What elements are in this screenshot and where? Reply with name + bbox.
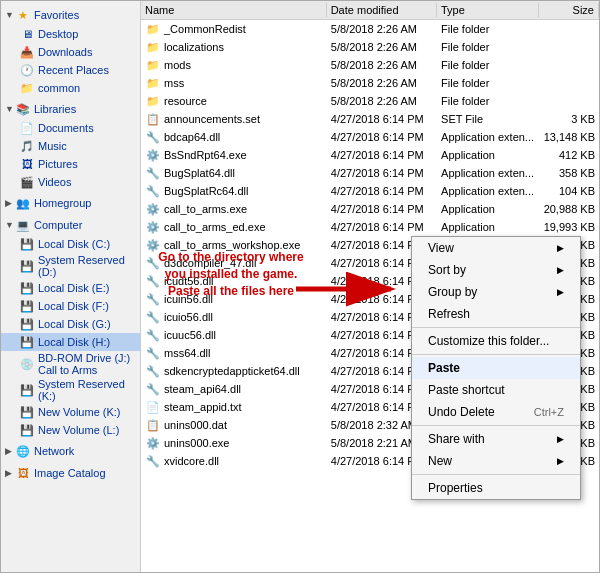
- file-row[interactable]: 📁 mss 5/8/2018 2:26 AM File folder: [141, 74, 599, 92]
- header-size[interactable]: Size: [539, 3, 599, 17]
- context-item-label: Refresh: [428, 307, 470, 321]
- file-date: 5/8/2018 2:26 AM: [327, 23, 437, 35]
- file-row[interactable]: 📁 resource 5/8/2018 2:26 AM File folder: [141, 92, 599, 110]
- sidebar-item-c[interactable]: 💾 Local Disk (C:): [1, 235, 140, 253]
- file-row[interactable]: ⚙️ BsSndRpt64.exe 4/27/2018 6:14 PM Appl…: [141, 146, 599, 164]
- context-separator: [412, 327, 580, 328]
- file-row[interactable]: ⚙️ call_to_arms.exe 4/27/2018 6:14 PM Ap…: [141, 200, 599, 218]
- file-type: Application: [437, 221, 539, 233]
- sidebar-item-newvol-k[interactable]: 💾 New Volume (K:): [1, 403, 140, 421]
- sidebar-item-documents[interactable]: 📄 Documents: [1, 119, 140, 137]
- file-type-icon: 📋: [145, 111, 161, 127]
- file-size: 13,148 KB: [539, 131, 599, 143]
- file-date: 4/27/2018 6:14 PM: [327, 203, 437, 215]
- file-date: 4/27/2018 6:14 PM: [327, 131, 437, 143]
- sidebar-header-computer[interactable]: ▼ 💻 Computer: [1, 215, 140, 235]
- file-date: 5/8/2018 2:26 AM: [327, 41, 437, 53]
- header-name[interactable]: Name: [141, 3, 327, 17]
- computer-label: Computer: [34, 219, 82, 231]
- context-menu-item[interactable]: Group by: [412, 281, 580, 303]
- sidebar-item-music[interactable]: 🎵 Music: [1, 137, 140, 155]
- computer-icon: 💻: [15, 217, 31, 233]
- file-type-icon: 🔧: [145, 129, 161, 145]
- context-menu-item[interactable]: Share with: [412, 428, 580, 450]
- file-name: 🔧 icuuc56.dll: [141, 327, 327, 343]
- sidebar-header-network[interactable]: ▶ 🌐 Network: [1, 441, 140, 461]
- file-row[interactable]: 🔧 bdcap64.dll 4/27/2018 6:14 PM Applicat…: [141, 128, 599, 146]
- context-menu-item[interactable]: New: [412, 450, 580, 472]
- context-menu-item[interactable]: Paste shortcut: [412, 379, 580, 401]
- file-type-icon: 📁: [145, 75, 161, 91]
- file-type: Application: [437, 149, 539, 161]
- sidebar-item-sysres[interactable]: 💾 System Reserved (K:): [1, 377, 140, 403]
- context-shortcut: Ctrl+Z: [534, 406, 564, 418]
- file-type: File folder: [437, 95, 539, 107]
- context-menu-item[interactable]: Refresh: [412, 303, 580, 325]
- sidebar-header-imagecatalog[interactable]: ▶ 🖼 Image Catalog: [1, 463, 140, 483]
- main-content: Name Date modified Type Size 📁 _CommonRe…: [141, 1, 599, 572]
- favorites-icon: ★: [15, 7, 31, 23]
- sidebar-item-newvol-l[interactable]: 💾 New Volume (L:): [1, 421, 140, 439]
- sidebar-item-e[interactable]: 💾 Local Disk (E:): [1, 279, 140, 297]
- file-type: File folder: [437, 77, 539, 89]
- file-name: 🔧 BugSplatRc64.dll: [141, 183, 327, 199]
- file-date: 4/27/2018 6:14 PM: [327, 185, 437, 197]
- file-type-icon: 🔧: [145, 183, 161, 199]
- sidebar: ▼ ★ Favorites 🖥 Desktop 📥 Downloads 🕐 Re…: [1, 1, 141, 572]
- context-menu-item[interactable]: Paste: [412, 357, 580, 379]
- newvol-l-icon: 💾: [19, 422, 35, 438]
- file-date: 4/27/2018 6:14 PM: [327, 113, 437, 125]
- file-row[interactable]: 📁 localizations 5/8/2018 2:26 AM File fo…: [141, 38, 599, 56]
- file-type: File folder: [437, 41, 539, 53]
- context-menu-item[interactable]: View: [412, 237, 580, 259]
- file-name: ⚙️ unins000.exe: [141, 435, 327, 451]
- sidebar-header-homegroup[interactable]: ▶ 👥 Homegroup: [1, 193, 140, 213]
- header-type[interactable]: Type: [437, 3, 539, 17]
- sidebar-item-downloads[interactable]: 📥 Downloads: [1, 43, 140, 61]
- drive-h-icon: 💾: [19, 334, 35, 350]
- context-menu: ViewSort byGroup byRefreshCustomize this…: [411, 236, 581, 500]
- context-menu-item[interactable]: Customize this folder...: [412, 330, 580, 352]
- file-date: 5/8/2018 2:26 AM: [327, 77, 437, 89]
- sidebar-item-h[interactable]: 💾 Local Disk (H:): [1, 333, 140, 351]
- header-date[interactable]: Date modified: [327, 3, 437, 17]
- network-icon: 🌐: [15, 443, 31, 459]
- sidebar-item-bdrom[interactable]: 💿 BD-ROM Drive (J:) Call to Arms: [1, 351, 140, 377]
- sidebar-item-g[interactable]: 💾 Local Disk (G:): [1, 315, 140, 333]
- collapse-arrow: ▼: [5, 10, 15, 20]
- context-item-label: Properties: [428, 481, 483, 495]
- sidebar-item-pictures[interactable]: 🖼 Pictures: [1, 155, 140, 173]
- file-type-icon: 📄: [145, 399, 161, 415]
- context-menu-item[interactable]: Sort by: [412, 259, 580, 281]
- sidebar-item-desktop[interactable]: 🖥 Desktop: [1, 25, 140, 43]
- sidebar-item-common[interactable]: 📁 common: [1, 79, 140, 97]
- file-row[interactable]: 🔧 BugSplat64.dll 4/27/2018 6:14 PM Appli…: [141, 164, 599, 182]
- file-type-icon: ⚙️: [145, 435, 161, 451]
- file-row[interactable]: 🔧 BugSplatRc64.dll 4/27/2018 6:14 PM App…: [141, 182, 599, 200]
- context-menu-item[interactable]: Undo DeleteCtrl+Z: [412, 401, 580, 423]
- recent-icon: 🕐: [19, 62, 35, 78]
- music-icon: 🎵: [19, 138, 35, 154]
- file-row[interactable]: ⚙️ call_to_arms_ed.exe 4/27/2018 6:14 PM…: [141, 218, 599, 236]
- sidebar-header-libraries[interactable]: ▼ 📚 Libraries: [1, 99, 140, 119]
- sidebar-item-f[interactable]: 💾 Local Disk (F:): [1, 297, 140, 315]
- context-menu-item[interactable]: Properties: [412, 477, 580, 499]
- file-size: 3 KB: [539, 113, 599, 125]
- sidebar-header-favorites[interactable]: ▼ ★ Favorites: [1, 5, 140, 25]
- file-date: 4/27/2018 6:14 PM: [327, 167, 437, 179]
- file-size: 358 KB: [539, 167, 599, 179]
- file-row[interactable]: 📁 mods 5/8/2018 2:26 AM File folder: [141, 56, 599, 74]
- homegroup-label: Homegroup: [34, 197, 91, 209]
- sidebar-item-videos[interactable]: 🎬 Videos: [1, 173, 140, 191]
- context-item-label: Paste shortcut: [428, 383, 505, 397]
- file-name: 🔧 sdkencryptedappticket64.dll: [141, 363, 327, 379]
- file-row[interactable]: 📋 announcements.set 4/27/2018 6:14 PM SE…: [141, 110, 599, 128]
- sidebar-section-libraries: ▼ 📚 Libraries 📄 Documents 🎵 Music 🖼 Pict…: [1, 99, 140, 191]
- homegroup-icon: 👥: [15, 195, 31, 211]
- context-separator: [412, 425, 580, 426]
- sidebar-item-d[interactable]: 💾 System Reserved (D:): [1, 253, 140, 279]
- file-row[interactable]: 📁 _CommonRedist 5/8/2018 2:26 AM File fo…: [141, 20, 599, 38]
- file-size: 19,993 KB: [539, 221, 599, 233]
- desktop-icon: 🖥: [19, 26, 35, 42]
- sidebar-item-recent[interactable]: 🕐 Recent Places: [1, 61, 140, 79]
